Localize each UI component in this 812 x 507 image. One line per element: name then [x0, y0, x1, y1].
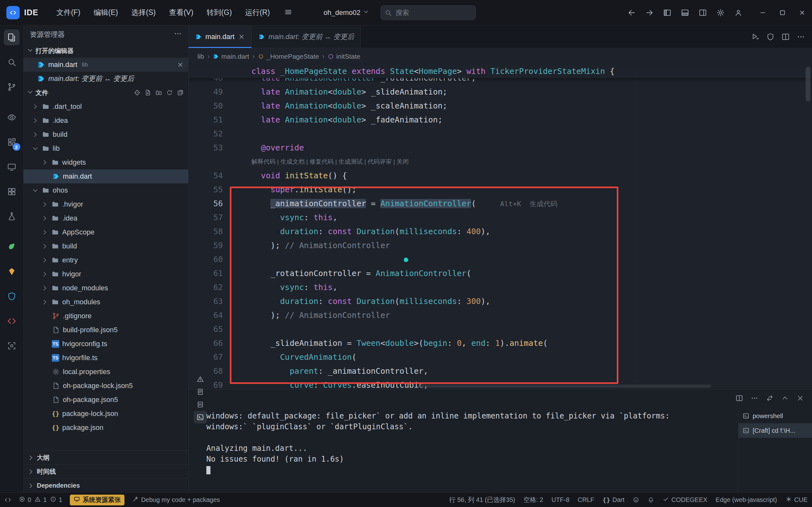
activity-harmony-button[interactable]: [4, 239, 20, 255]
editor-horizontal-scrollbar[interactable]: [418, 385, 711, 388]
reveal-file-button[interactable]: [132, 88, 142, 97]
tree-item-.idea[interactable]: .idea: [23, 114, 188, 127]
layout-sidebar-right-button[interactable]: [695, 6, 710, 20]
notifications-button[interactable]: [648, 497, 654, 503]
codegeex-dot-icon[interactable]: [404, 258, 408, 262]
project-selector[interactable]: oh_demo02: [323, 9, 369, 17]
tree-item-package-lock.json[interactable]: {}package-lock.json: [23, 407, 188, 421]
activity-remote-devices-button[interactable]: [4, 159, 20, 175]
close-tab-button[interactable]: [238, 33, 245, 40]
tree-item-package.json[interactable]: {}package.json: [23, 421, 188, 435]
activity-explorer-button[interactable]: [4, 30, 20, 45]
breadcrumb-item[interactable]: _HomePageState: [258, 53, 319, 60]
activity-search-button[interactable]: [4, 54, 20, 70]
panel-tab-terminal[interactable]: [194, 411, 207, 424]
eol-setting[interactable]: CRLF: [578, 496, 594, 504]
panel-swap-button[interactable]: [763, 392, 776, 404]
menu-S[interactable]: 选择(S): [125, 4, 163, 21]
breadcrumb-item[interactable]: lib: [198, 53, 204, 60]
codelens-actions[interactable]: 解释代码 | 生成文档 | 修复代码 | 生成测试 | 代码评审 | 关闭: [223, 155, 409, 169]
codegeex-shield-button[interactable]: [764, 31, 776, 43]
tree-item-build[interactable]: build: [23, 239, 188, 253]
open-editor-item[interactable]: main.dart: 变更前 ↔ 变更后: [23, 72, 188, 86]
debug-quick-action[interactable]: Debug my code + packages: [132, 496, 220, 504]
forward-button[interactable]: [642, 6, 657, 20]
refresh-button[interactable]: [165, 88, 174, 97]
sidebar-section-时间线[interactable]: 时间线: [23, 464, 188, 478]
tree-item-AppScope[interactable]: AppScope: [23, 225, 188, 239]
tree-item-hvigor[interactable]: hvigor: [23, 267, 188, 281]
tree-item-entry[interactable]: entry: [23, 253, 188, 267]
activity-dashboard-button[interactable]: [4, 184, 20, 200]
menu-V[interactable]: 查看(V): [162, 4, 200, 21]
layout-panel-button[interactable]: [678, 6, 693, 20]
menu-G[interactable]: 转到(G): [200, 4, 238, 21]
more-button[interactable]: [795, 31, 807, 43]
indentation-setting[interactable]: 空格: 2: [524, 496, 543, 504]
account-button[interactable]: [731, 6, 746, 20]
resource-warning-badge[interactable]: 系统资源紧张: [70, 495, 124, 505]
language-mode[interactable]: {}Dart: [602, 496, 625, 504]
open-editors-header[interactable]: 打开的编辑器: [23, 44, 188, 58]
tree-item-build-profile.json5[interactable]: build-profile.json5: [23, 323, 188, 337]
panel-close-button[interactable]: [794, 392, 807, 404]
window-minimize-button[interactable]: [753, 0, 773, 25]
tree-item-.idea[interactable]: .idea: [23, 211, 188, 225]
run-button[interactable]: [749, 31, 761, 43]
activity-testing-button[interactable]: [4, 209, 20, 224]
menu-R[interactable]: 运行(R): [238, 4, 276, 21]
tree-item-local.properties[interactable]: local.properties: [23, 365, 188, 379]
tree-item-ohos[interactable]: ohos: [23, 183, 188, 198]
tree-item-build[interactable]: build: [23, 127, 188, 142]
activity-codegeex-shield-button[interactable]: [4, 288, 20, 304]
problems-indicator[interactable]: 0 1 1: [19, 496, 62, 504]
search-input[interactable]: [381, 5, 476, 20]
terminal-list-item[interactable]: powershell: [738, 409, 812, 423]
tree-item-oh_modules[interactable]: oh_modules: [23, 295, 188, 309]
tree-item-main.dart[interactable]: main.dart: [23, 169, 188, 183]
menu-more-button[interactable]: [281, 5, 295, 20]
tree-item-widgets[interactable]: widgets: [23, 156, 188, 169]
remote-indicator[interactable]: [4, 497, 11, 503]
activity-preview-button[interactable]: [4, 109, 20, 125]
codegeex-status[interactable]: CODEGEEX: [662, 496, 707, 504]
panel-split-editor-button[interactable]: [733, 392, 746, 404]
layout-sidebar-button[interactable]: [660, 6, 675, 20]
panel-tab-debug-console[interactable]: [194, 398, 207, 411]
back-button[interactable]: [624, 6, 639, 20]
tree-item-oh-package.json5[interactable]: oh-package.json5: [23, 393, 188, 407]
breadcrumb-item[interactable]: initState: [328, 53, 360, 60]
split-editor-button[interactable]: [779, 31, 792, 43]
cursor-position[interactable]: 行 56, 列 41 (已选择35): [449, 496, 515, 504]
activity-source-control-button[interactable]: [4, 79, 20, 95]
breadcrumb-item[interactable]: main.dart: [213, 53, 249, 60]
sidebar-section-Dependencies[interactable]: Dependencies: [23, 478, 188, 492]
encoding-setting[interactable]: UTF-8: [551, 496, 570, 504]
tree-item-.gitignore[interactable]: .gitignore: [23, 309, 188, 323]
activity-code-scan-button[interactable]: [4, 338, 20, 354]
sidebar-more-button[interactable]: [174, 30, 182, 40]
panel-maximize-panel-button[interactable]: [778, 392, 792, 404]
settings-button[interactable]: [713, 6, 728, 20]
editor-tab[interactable]: main.dart: 变更前 ↔ 变更后: [252, 25, 361, 48]
activity-extensions-button[interactable]: 2: [4, 134, 20, 150]
activity-snippets-button[interactable]: [4, 313, 20, 329]
tree-item-hvigorfile.ts[interactable]: TShvigorfile.ts: [23, 351, 188, 365]
runtime-target[interactable]: Edge (web-javascript): [715, 496, 777, 504]
open-editor-item[interactable]: main.dartlib: [23, 58, 188, 72]
window-maximize-button[interactable]: [773, 0, 792, 25]
window-close-button[interactable]: [792, 0, 812, 25]
tree-item-oh-package-lock.json5[interactable]: oh-package-lock.json5: [23, 379, 188, 393]
editor-vertical-scrollbar[interactable]: [806, 67, 810, 102]
files-section-header[interactable]: 文件: [23, 86, 188, 100]
menu-E[interactable]: 编辑(E): [87, 4, 125, 21]
collapse-all-button[interactable]: [175, 88, 185, 97]
panel-more-button[interactable]: [748, 392, 761, 404]
feedback-button[interactable]: [633, 497, 639, 503]
tree-item-hvigorconfig.ts[interactable]: TShvigorconfig.ts: [23, 337, 188, 351]
sidebar-section-大纲[interactable]: 大纲: [23, 451, 188, 464]
code-area[interactable]: 48 late AnimationController _rotationCon…: [188, 71, 812, 389]
new-folder-button[interactable]: [154, 88, 163, 97]
tree-item-node_modules[interactable]: node_modules: [23, 281, 188, 295]
tree-item-lib[interactable]: lib: [23, 142, 188, 156]
